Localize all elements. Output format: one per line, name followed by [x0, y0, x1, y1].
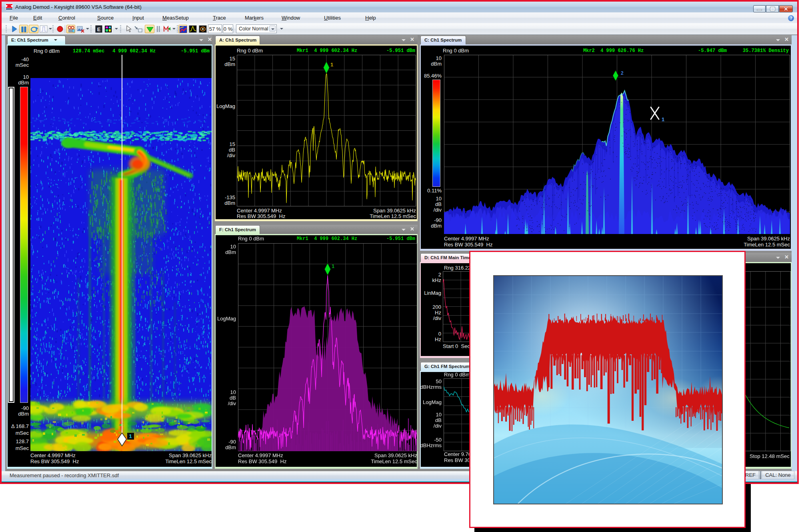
- svg-text:2: 2: [621, 70, 624, 76]
- svg-text:1: 1: [332, 263, 334, 269]
- svg-text:1: 1: [330, 62, 333, 68]
- svg-text:1: 1: [662, 116, 664, 122]
- svg-text:E: E: [97, 26, 101, 32]
- svg-text:1: 1: [129, 433, 132, 439]
